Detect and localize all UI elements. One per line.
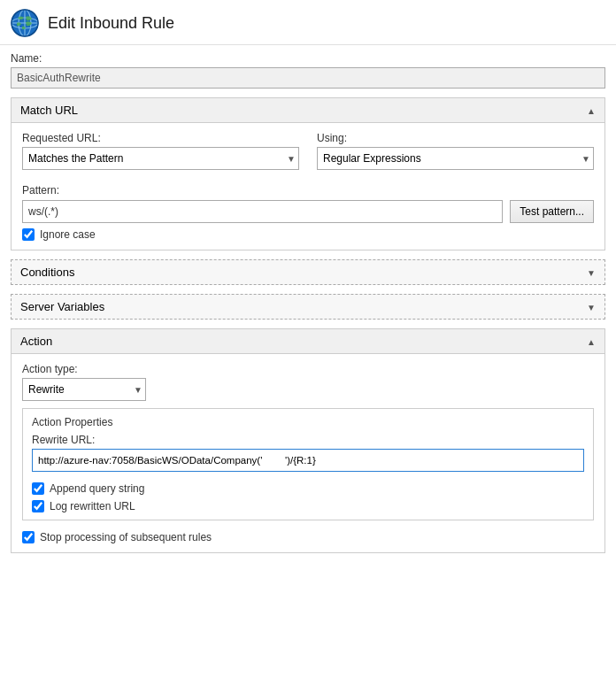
action-properties-box: Action Properties Rewrite URL: Append qu… <box>22 408 594 520</box>
match-url-header[interactable]: Match URL <box>12 98 604 123</box>
server-variables-chevron-icon <box>587 300 596 313</box>
match-url-chevron-icon <box>587 104 596 117</box>
globe-icon <box>11 9 39 37</box>
requested-url-select-wrapper: Matches the Pattern ▼ <box>22 147 299 170</box>
name-label: Name: <box>11 52 605 65</box>
append-query-string-checkbox[interactable] <box>32 482 44 495</box>
pattern-label: Pattern: <box>22 184 594 196</box>
using-select-wrapper: Regular Expressions ▼ <box>317 147 594 170</box>
server-variables-title: Server Variables <box>20 300 104 313</box>
name-input[interactable] <box>11 67 605 89</box>
action-title: Action <box>20 335 52 348</box>
append-query-string-label: Append query string <box>50 482 144 495</box>
action-chevron-icon <box>587 335 596 348</box>
action-panel: Action Action type: Rewrite ▼ Action Pro… <box>11 328 605 553</box>
action-properties-label: Action Properties <box>32 416 584 428</box>
log-rewritten-url-label: Log rewritten URL <box>50 500 135 512</box>
requested-url-select[interactable]: Matches the Pattern <box>22 147 299 170</box>
match-url-panel: Match URL Requested URL: Matches the Pat… <box>11 97 605 250</box>
append-query-string-row: Append query string <box>32 482 584 495</box>
test-pattern-button[interactable]: Test pattern... <box>510 200 594 223</box>
using-label: Using: <box>317 132 594 144</box>
requested-url-label: Requested URL: <box>22 132 299 144</box>
ignore-case-label: Ignore case <box>40 228 96 241</box>
rewrite-url-input[interactable] <box>32 449 584 472</box>
action-body: Action type: Rewrite ▼ Action Properties… <box>12 354 604 552</box>
stop-processing-checkbox[interactable] <box>22 531 35 543</box>
ignore-case-checkbox[interactable] <box>22 228 35 241</box>
conditions-panel: Conditions <box>11 259 605 285</box>
using-select[interactable]: Regular Expressions <box>317 147 594 170</box>
requested-url-col: Requested URL: Matches the Pattern ▼ <box>22 132 299 170</box>
pattern-input[interactable] <box>22 200 503 223</box>
content-area: Name: Match URL Requested URL: Matches t… <box>0 45 616 573</box>
match-url-body: Requested URL: Matches the Pattern ▼ Usi… <box>12 123 604 250</box>
conditions-title: Conditions <box>20 266 74 279</box>
action-header[interactable]: Action <box>12 329 604 354</box>
stop-processing-row: Stop processing of subsequent rules <box>22 531 594 543</box>
action-type-select[interactable]: Rewrite <box>22 378 146 401</box>
log-rewritten-url-row: Log rewritten URL <box>32 500 584 512</box>
ignore-case-row: Ignore case <box>22 228 594 241</box>
action-type-select-wrapper: Rewrite ▼ <box>22 378 146 401</box>
action-type-label: Action type: <box>22 363 594 375</box>
stop-processing-label: Stop processing of subsequent rules <box>40 531 212 543</box>
page-title: Edit Inbound Rule <box>48 14 174 33</box>
conditions-chevron-icon <box>587 266 596 279</box>
server-variables-panel: Server Variables <box>11 294 605 320</box>
match-url-title: Match URL <box>20 104 78 117</box>
using-col: Using: Regular Expressions ▼ <box>317 132 594 170</box>
header: Edit Inbound Rule <box>0 0 616 45</box>
name-section: Name: <box>11 52 605 89</box>
match-url-row: Requested URL: Matches the Pattern ▼ Usi… <box>22 132 594 170</box>
server-variables-header[interactable]: Server Variables <box>12 295 604 319</box>
pattern-input-row: Test pattern... <box>22 200 594 223</box>
rewrite-url-label: Rewrite URL: <box>32 434 584 446</box>
log-rewritten-url-checkbox[interactable] <box>32 500 44 512</box>
conditions-header[interactable]: Conditions <box>12 260 604 284</box>
